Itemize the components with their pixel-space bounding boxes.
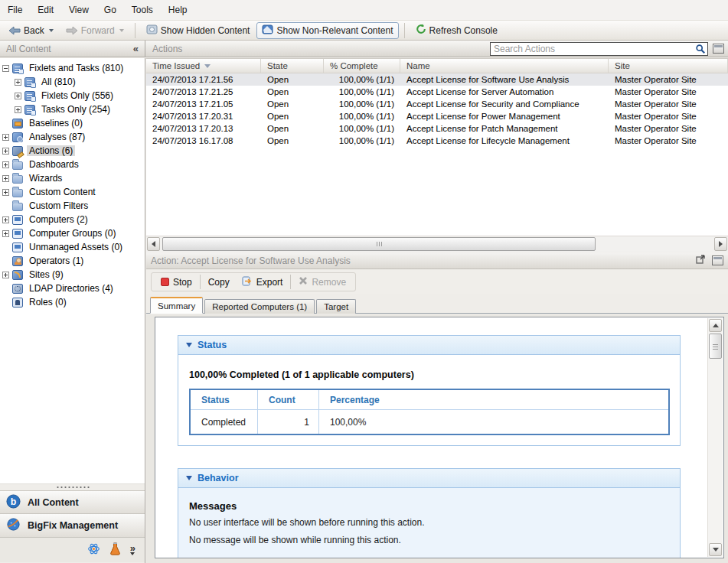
tab-summary[interactable]: Summary <box>150 297 203 314</box>
splitter-handle[interactable] <box>56 486 90 489</box>
cell-state: Open <box>261 98 324 110</box>
stop-button[interactable]: Stop <box>155 275 198 289</box>
show-hidden-content-button[interactable]: Show Hidden Content <box>141 22 256 39</box>
tree-item-all[interactable]: All (810) <box>0 75 145 89</box>
tree-item-custom-filters[interactable]: Custom Filters <box>0 199 145 213</box>
status-section-header[interactable]: Status <box>178 336 680 355</box>
horizontal-scrollbar[interactable] <box>146 236 728 252</box>
tree-item-custom-content[interactable]: Custom Content <box>0 185 145 199</box>
copy-button[interactable]: Copy <box>202 275 236 289</box>
flask-icon[interactable] <box>109 542 121 558</box>
menu-view[interactable]: View <box>61 0 96 20</box>
back-button[interactable]: Back <box>3 23 59 38</box>
tree-item-fixlets-and-tasks[interactable]: Fixlets and Tasks (810) <box>0 61 145 75</box>
more-domains-button[interactable]: » <box>130 545 135 555</box>
menu-edit[interactable]: Edit <box>30 0 61 20</box>
collapse-expander-icon[interactable] <box>2 65 9 72</box>
search-input[interactable] <box>490 42 708 56</box>
toolbar-separator <box>404 23 405 38</box>
list-header: Actions <box>145 41 728 57</box>
forward-button[interactable]: Forward <box>60 23 129 38</box>
stop-icon <box>161 278 169 286</box>
action-row[interactable]: 24/07/2013 17.21.25 Open 100,00% (1/1) A… <box>146 86 728 98</box>
tree-item-analyses[interactable]: Analyses (87) <box>0 130 145 144</box>
search-icon[interactable] <box>695 44 706 57</box>
cell-time: 24/07/2013 17.21.25 <box>146 86 261 98</box>
domain-all-content-button[interactable]: b All Content <box>0 490 145 513</box>
tree-item-computer-groups[interactable]: Computer Groups (0) <box>0 226 145 240</box>
action-row[interactable]: 24/07/2013 17.20.13 Open 100,00% (1/1) A… <box>146 122 728 135</box>
tree-item-label: All (810) <box>39 76 78 87</box>
vertical-scrollbar[interactable] <box>707 318 723 557</box>
maximize-panel-icon[interactable] <box>712 255 723 265</box>
remove-label: Remove <box>312 277 346 288</box>
scrollbar-thumb[interactable] <box>709 334 722 359</box>
expand-expander-icon[interactable] <box>15 79 21 86</box>
action-row[interactable]: 24/07/2013 17.21.05 Open 100,00% (1/1) A… <box>146 98 728 110</box>
detach-panel-icon[interactable] <box>696 255 706 266</box>
forward-dropdown-icon[interactable] <box>119 29 124 32</box>
menu-tools[interactable]: Tools <box>124 0 161 20</box>
column-header-name[interactable]: Name <box>400 59 609 73</box>
tree-item-operators[interactable]: Operators (1) <box>0 254 145 268</box>
refresh-console-button[interactable]: Refresh Console <box>410 21 503 39</box>
menu-go[interactable]: Go <box>96 0 124 20</box>
expand-expander-icon[interactable] <box>2 230 9 237</box>
export-button[interactable]: Export <box>236 275 289 290</box>
tree-item-unmanaged-assets[interactable]: Unmanaged Assets (0) <box>0 240 145 254</box>
tree-item-label: Wizards <box>27 173 64 184</box>
expand-expander-icon[interactable] <box>2 161 9 168</box>
site-icon <box>12 270 23 280</box>
status-section: Status 100,00% Completed (1 of 1 applica… <box>178 335 681 446</box>
stop-label: Stop <box>173 277 192 288</box>
show-nonrelevant-content-button[interactable]: Show Non-Relevant Content <box>256 22 398 39</box>
cell-time: 24/07/2013 16.17.08 <box>146 135 261 147</box>
column-header-state[interactable]: State <box>261 59 324 73</box>
scroll-up-button[interactable] <box>709 319 722 332</box>
tab-reported-computers[interactable]: Reported Computers (1) <box>204 299 315 314</box>
tree-item-fixlets-only[interactable]: Fixlets Only (556) <box>0 89 145 103</box>
column-header-complete[interactable]: % Complete <box>324 59 400 73</box>
tree-item-actions[interactable]: Actions (6) <box>0 144 145 158</box>
expand-expander-icon[interactable] <box>2 148 9 155</box>
menu-help[interactable]: Help <box>161 0 195 20</box>
cell-complete: 100,00% (1/1) <box>324 73 400 86</box>
tree-item-baselines[interactable]: Baselines (0) <box>0 116 145 130</box>
action-row[interactable]: 24/07/2013 17.21.56 Open 100,00% (1/1) A… <box>146 73 728 86</box>
expand-expander-icon[interactable] <box>15 93 21 99</box>
column-header-time-issued[interactable]: Time Issued <box>146 59 261 73</box>
splitter-row <box>0 483 145 490</box>
tree-item-ldap-directories[interactable]: LDAP Directories (4) <box>0 282 145 295</box>
expand-expander-icon[interactable] <box>2 175 9 182</box>
expand-expander-icon[interactable] <box>15 106 21 113</box>
domain-bigfix-management-button[interactable]: BigFix Management <box>0 513 145 537</box>
maximize-list-button[interactable] <box>713 44 724 54</box>
back-dropdown-icon[interactable] <box>49 29 54 32</box>
spacer <box>2 203 9 210</box>
scroll-left-button[interactable] <box>147 237 160 251</box>
collapse-sidebar-button[interactable]: « <box>133 43 139 54</box>
scrollbar-thumb[interactable] <box>162 237 596 251</box>
atom-icon[interactable] <box>87 542 100 558</box>
scroll-down-button[interactable] <box>709 543 722 556</box>
expand-expander-icon[interactable] <box>2 134 9 141</box>
column-header-site[interactable]: Site <box>609 59 728 73</box>
tree-item-tasks-only[interactable]: Tasks Only (254) <box>0 103 145 116</box>
behavior-section-header[interactable]: Behavior <box>178 469 680 488</box>
tab-target[interactable]: Target <box>316 299 356 314</box>
action-row[interactable]: 24/07/2013 17.20.31 Open 100,00% (1/1) A… <box>146 110 728 122</box>
scroll-right-button[interactable] <box>714 237 727 251</box>
tree-item-computers[interactable]: Computers (2) <box>0 213 145 226</box>
tree-item-roles[interactable]: Roles (0) <box>0 295 145 309</box>
expand-expander-icon[interactable] <box>2 216 9 223</box>
expand-expander-icon[interactable] <box>2 272 9 278</box>
menu-file[interactable]: File <box>0 0 30 20</box>
cell-site: Master Operator Site <box>609 110 728 122</box>
tree-item-sites[interactable]: Sites (9) <box>0 268 145 282</box>
cell-name: Accept License for Lifecycle Management <box>400 135 609 147</box>
tree-item-wizards[interactable]: Wizards <box>0 171 145 185</box>
remove-button[interactable]: Remove <box>292 275 352 289</box>
tree-item-dashboards[interactable]: Dashboards <box>0 158 145 171</box>
action-row[interactable]: 24/07/2013 16.17.08 Open 100,00% (1/1) A… <box>146 135 728 147</box>
expand-expander-icon[interactable] <box>2 189 9 196</box>
